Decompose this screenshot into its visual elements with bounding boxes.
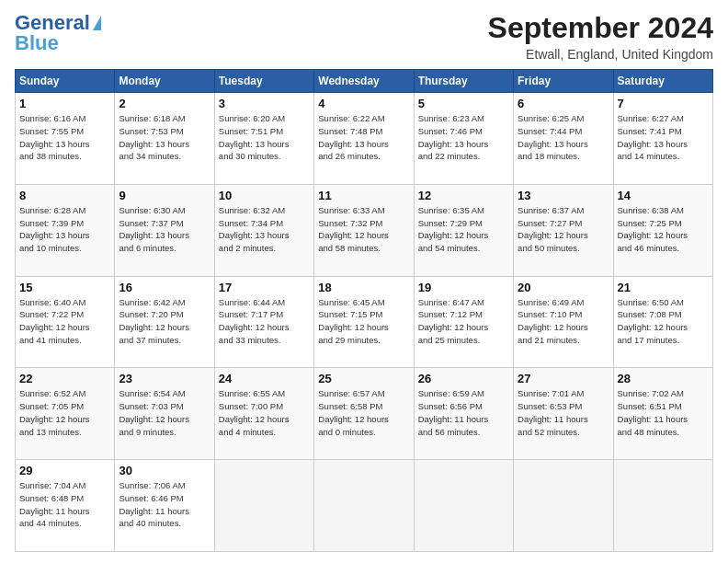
week-row-3: 15Sunrise: 6:40 AMSunset: 7:22 PMDayligh… bbox=[16, 276, 713, 368]
day-cell-10: 10Sunrise: 6:32 AMSunset: 7:34 PMDayligh… bbox=[214, 184, 313, 276]
day-cell-6: 6Sunrise: 6:25 AMSunset: 7:44 PMDaylight… bbox=[514, 93, 613, 185]
day-info: Sunrise: 6:23 AMSunset: 7:46 PMDaylight:… bbox=[418, 112, 509, 163]
day-cell-11: 11Sunrise: 6:33 AMSunset: 7:32 PMDayligh… bbox=[314, 184, 414, 276]
day-number: 22 bbox=[19, 372, 110, 385]
day-cell-20: 20Sunrise: 6:49 AMSunset: 7:10 PMDayligh… bbox=[514, 276, 613, 368]
day-info: Sunrise: 7:02 AMSunset: 6:51 PMDaylight:… bbox=[618, 387, 709, 438]
day-number: 28 bbox=[618, 372, 709, 385]
col-header-wednesday: Wednesday bbox=[314, 70, 414, 93]
subtitle: Etwall, England, United Kingdom bbox=[488, 47, 713, 62]
day-info: Sunrise: 6:16 AMSunset: 7:55 PMDaylight:… bbox=[19, 112, 110, 163]
day-info: Sunrise: 6:28 AMSunset: 7:39 PMDaylight:… bbox=[19, 204, 110, 255]
day-number: 1 bbox=[19, 97, 110, 110]
day-cell-9: 9Sunrise: 6:30 AMSunset: 7:37 PMDaylight… bbox=[115, 184, 214, 276]
day-cell-23: 23Sunrise: 6:54 AMSunset: 7:03 PMDayligh… bbox=[115, 368, 214, 460]
day-cell-12: 12Sunrise: 6:35 AMSunset: 7:29 PMDayligh… bbox=[414, 184, 513, 276]
day-number: 2 bbox=[119, 97, 210, 110]
day-info: Sunrise: 6:57 AMSunset: 6:58 PMDaylight:… bbox=[318, 387, 409, 438]
day-info: Sunrise: 6:44 AMSunset: 7:17 PMDaylight:… bbox=[219, 296, 310, 347]
day-number: 9 bbox=[119, 189, 210, 202]
day-cell-14: 14Sunrise: 6:38 AMSunset: 7:25 PMDayligh… bbox=[613, 184, 712, 276]
day-number: 24 bbox=[219, 372, 310, 385]
week-row-2: 8Sunrise: 6:28 AMSunset: 7:39 PMDaylight… bbox=[16, 184, 713, 276]
day-number: 15 bbox=[19, 281, 110, 294]
day-number: 6 bbox=[518, 97, 609, 110]
week-row-1: 1Sunrise: 6:16 AMSunset: 7:55 PMDaylight… bbox=[16, 93, 713, 185]
day-info: Sunrise: 6:59 AMSunset: 6:56 PMDaylight:… bbox=[418, 387, 509, 438]
day-info: Sunrise: 6:30 AMSunset: 7:37 PMDaylight:… bbox=[119, 204, 210, 255]
day-cell-5: 5Sunrise: 6:23 AMSunset: 7:46 PMDaylight… bbox=[414, 93, 513, 185]
week-row-5: 29Sunrise: 7:04 AMSunset: 6:48 PMDayligh… bbox=[16, 460, 713, 552]
col-header-saturday: Saturday bbox=[613, 70, 712, 93]
day-number: 26 bbox=[418, 372, 509, 385]
day-number: 16 bbox=[119, 281, 210, 294]
col-header-thursday: Thursday bbox=[414, 70, 513, 93]
day-number: 17 bbox=[219, 281, 310, 294]
day-info: Sunrise: 6:37 AMSunset: 7:27 PMDaylight:… bbox=[518, 204, 609, 255]
day-info: Sunrise: 6:27 AMSunset: 7:41 PMDaylight:… bbox=[618, 112, 709, 163]
empty-cell bbox=[414, 460, 513, 552]
day-info: Sunrise: 7:01 AMSunset: 6:53 PMDaylight:… bbox=[518, 387, 609, 438]
empty-cell bbox=[314, 460, 414, 552]
day-info: Sunrise: 6:50 AMSunset: 7:08 PMDaylight:… bbox=[618, 296, 709, 347]
day-number: 20 bbox=[518, 281, 609, 294]
day-cell-26: 26Sunrise: 6:59 AMSunset: 6:56 PMDayligh… bbox=[414, 368, 513, 460]
day-number: 8 bbox=[19, 189, 110, 202]
logo: General Blue bbox=[15, 11, 101, 55]
day-info: Sunrise: 6:52 AMSunset: 7:05 PMDaylight:… bbox=[19, 387, 110, 438]
day-number: 30 bbox=[119, 464, 210, 477]
day-number: 23 bbox=[119, 372, 210, 385]
day-cell-7: 7Sunrise: 6:27 AMSunset: 7:41 PMDaylight… bbox=[613, 93, 712, 185]
day-info: Sunrise: 6:35 AMSunset: 7:29 PMDaylight:… bbox=[418, 204, 509, 255]
day-number: 21 bbox=[618, 281, 709, 294]
day-info: Sunrise: 6:38 AMSunset: 7:25 PMDaylight:… bbox=[618, 204, 709, 255]
day-cell-19: 19Sunrise: 6:47 AMSunset: 7:12 PMDayligh… bbox=[414, 276, 513, 368]
day-cell-30: 30Sunrise: 7:06 AMSunset: 6:46 PMDayligh… bbox=[115, 460, 214, 552]
day-info: Sunrise: 6:47 AMSunset: 7:12 PMDaylight:… bbox=[418, 296, 509, 347]
day-info: Sunrise: 6:42 AMSunset: 7:20 PMDaylight:… bbox=[119, 296, 210, 347]
col-header-sunday: Sunday bbox=[16, 70, 115, 93]
day-number: 3 bbox=[219, 97, 310, 110]
col-header-tuesday: Tuesday bbox=[214, 70, 313, 93]
day-cell-2: 2Sunrise: 6:18 AMSunset: 7:53 PMDaylight… bbox=[115, 93, 214, 185]
day-cell-18: 18Sunrise: 6:45 AMSunset: 7:15 PMDayligh… bbox=[314, 276, 414, 368]
day-cell-15: 15Sunrise: 6:40 AMSunset: 7:22 PMDayligh… bbox=[16, 276, 115, 368]
main-title: September 2024 bbox=[488, 11, 713, 45]
day-number: 12 bbox=[418, 189, 509, 202]
day-info: Sunrise: 6:25 AMSunset: 7:44 PMDaylight:… bbox=[518, 112, 609, 163]
day-cell-27: 27Sunrise: 7:01 AMSunset: 6:53 PMDayligh… bbox=[514, 368, 613, 460]
day-info: Sunrise: 7:04 AMSunset: 6:48 PMDaylight:… bbox=[19, 479, 110, 530]
day-info: Sunrise: 6:40 AMSunset: 7:22 PMDaylight:… bbox=[19, 296, 110, 347]
day-number: 10 bbox=[219, 189, 310, 202]
logo-triangle-icon bbox=[93, 16, 101, 30]
day-number: 5 bbox=[418, 97, 509, 110]
day-cell-17: 17Sunrise: 6:44 AMSunset: 7:17 PMDayligh… bbox=[214, 276, 313, 368]
day-number: 19 bbox=[418, 281, 509, 294]
day-info: Sunrise: 6:55 AMSunset: 7:00 PMDaylight:… bbox=[219, 387, 310, 438]
day-info: Sunrise: 6:32 AMSunset: 7:34 PMDaylight:… bbox=[219, 204, 310, 255]
day-cell-22: 22Sunrise: 6:52 AMSunset: 7:05 PMDayligh… bbox=[16, 368, 115, 460]
day-cell-24: 24Sunrise: 6:55 AMSunset: 7:00 PMDayligh… bbox=[214, 368, 313, 460]
day-number: 4 bbox=[318, 97, 409, 110]
day-cell-1: 1Sunrise: 6:16 AMSunset: 7:55 PMDaylight… bbox=[16, 93, 115, 185]
logo-blue: Blue bbox=[15, 31, 59, 55]
day-cell-3: 3Sunrise: 6:20 AMSunset: 7:51 PMDaylight… bbox=[214, 93, 313, 185]
day-cell-8: 8Sunrise: 6:28 AMSunset: 7:39 PMDaylight… bbox=[16, 184, 115, 276]
header: General Blue September 2024 Etwall, Engl… bbox=[15, 11, 713, 62]
day-cell-16: 16Sunrise: 6:42 AMSunset: 7:20 PMDayligh… bbox=[115, 276, 214, 368]
day-info: Sunrise: 7:06 AMSunset: 6:46 PMDaylight:… bbox=[119, 479, 210, 530]
day-cell-29: 29Sunrise: 7:04 AMSunset: 6:48 PMDayligh… bbox=[16, 460, 115, 552]
day-info: Sunrise: 6:45 AMSunset: 7:15 PMDaylight:… bbox=[318, 296, 409, 347]
day-number: 25 bbox=[318, 372, 409, 385]
day-number: 13 bbox=[518, 189, 609, 202]
day-cell-13: 13Sunrise: 6:37 AMSunset: 7:27 PMDayligh… bbox=[514, 184, 613, 276]
day-info: Sunrise: 6:22 AMSunset: 7:48 PMDaylight:… bbox=[318, 112, 409, 163]
day-cell-4: 4Sunrise: 6:22 AMSunset: 7:48 PMDaylight… bbox=[314, 93, 414, 185]
week-row-4: 22Sunrise: 6:52 AMSunset: 7:05 PMDayligh… bbox=[16, 368, 713, 460]
calendar-header-row: SundayMondayTuesdayWednesdayThursdayFrid… bbox=[16, 70, 713, 93]
day-number: 29 bbox=[19, 464, 110, 477]
day-number: 11 bbox=[318, 189, 409, 202]
calendar-table: SundayMondayTuesdayWednesdayThursdayFrid… bbox=[15, 69, 713, 552]
day-cell-28: 28Sunrise: 7:02 AMSunset: 6:51 PMDayligh… bbox=[613, 368, 712, 460]
day-number: 7 bbox=[618, 97, 709, 110]
